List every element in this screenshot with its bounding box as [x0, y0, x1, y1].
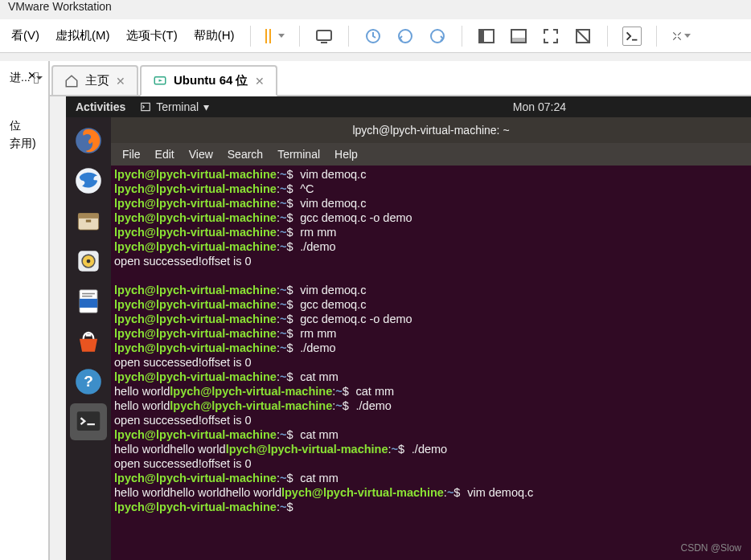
ubuntu-dock: ?	[66, 117, 111, 560]
search-row: 进...	[10, 71, 39, 85]
host-menubar: 看(V) 虚拟机(M) 选项卡(T) 帮助(H)	[0, 19, 751, 53]
term-menu-file[interactable]: File	[122, 148, 141, 161]
snapshot-take-icon[interactable]	[363, 27, 383, 46]
send-ctrl-alt-del-icon[interactable]	[314, 27, 334, 46]
svg-rect-0	[317, 31, 331, 40]
chevron-down-icon: ▾	[203, 100, 209, 113]
svg-line-9	[577, 30, 589, 43]
vm-tabs: 主页 ✕ Ubuntu 64 位 ✕	[50, 61, 751, 96]
console-icon[interactable]	[622, 27, 642, 46]
tab-ubuntu-label: Ubuntu 64 位	[174, 73, 248, 88]
menu-view[interactable]: 看(V)	[3, 28, 47, 43]
library-item-1[interactable]: 位	[10, 119, 39, 133]
term-menu-edit[interactable]: Edit	[155, 148, 174, 161]
dock-firefox[interactable]	[70, 122, 107, 159]
separator	[250, 26, 251, 47]
unity-icon[interactable]	[573, 27, 593, 46]
svg-rect-12	[142, 103, 150, 110]
svg-rect-17	[86, 219, 91, 222]
svg-rect-25	[86, 334, 91, 337]
dock-files[interactable]	[70, 202, 107, 239]
ubuntu-topbar: Activities Terminal ▾ Mon 07:24	[66, 96, 751, 117]
svg-point-20	[87, 260, 91, 264]
svg-marker-11	[159, 79, 163, 81]
dock-software[interactable]	[70, 323, 107, 360]
term-menu-search[interactable]: Search	[228, 148, 263, 161]
dock-writer[interactable]	[70, 283, 107, 320]
layout-bottom-icon[interactable]	[509, 27, 528, 46]
app-menu-label: Terminal	[156, 100, 199, 113]
svg-rect-28	[77, 411, 101, 431]
library-panel: ✕ 进... 位 弃用)	[0, 61, 50, 560]
library-item-2[interactable]: 弃用)	[10, 137, 39, 151]
snapshot-manage-icon[interactable]	[428, 27, 447, 46]
clock[interactable]: Mon 07:24	[513, 100, 566, 113]
layout-side-icon[interactable]	[477, 27, 496, 46]
terminal-titlebar: lpych@lpych-virtual-machine: ~	[111, 117, 751, 143]
menu-tabs[interactable]: 选项卡(T)	[118, 28, 186, 43]
menu-help[interactable]: 帮助(H)	[186, 28, 243, 43]
activities-button[interactable]: Activities	[76, 100, 125, 113]
svg-rect-5	[479, 30, 484, 43]
svg-rect-7	[511, 38, 526, 43]
terminal-menubar: File Edit View Search Terminal Help	[111, 143, 751, 166]
dock-thunderbird[interactable]	[70, 162, 107, 199]
dock-terminal[interactable]	[70, 403, 107, 440]
menu-vm[interactable]: 虚拟机(M)	[47, 28, 118, 43]
terminal-body[interactable]: lpych@lpych-virtual-machine:~$ vim demoq…	[111, 166, 751, 560]
separator	[607, 26, 608, 47]
terminal-indicator-icon	[140, 101, 151, 112]
home-icon	[64, 74, 79, 88]
vm-icon	[153, 74, 167, 88]
snapshot-revert-icon[interactable]	[396, 27, 415, 46]
dock-rhythmbox[interactable]	[70, 243, 107, 280]
fullscreen-icon[interactable]	[541, 27, 560, 46]
tab-home[interactable]: 主页 ✕	[51, 65, 138, 95]
stretch-icon[interactable]	[671, 27, 691, 46]
pause-button[interactable]	[265, 27, 285, 46]
close-icon[interactable]: ✕	[255, 75, 265, 88]
separator	[462, 26, 462, 47]
term-menu-view[interactable]: View	[189, 148, 213, 161]
app-title: VMware Workstation	[0, 0, 120, 11]
search-dropdown[interactable]	[34, 72, 39, 84]
app-menu[interactable]: Terminal ▾	[140, 100, 209, 113]
guest-desktop: Activities Terminal ▾ Mon 07:24 ? lpych@…	[66, 96, 751, 560]
svg-text:?: ?	[84, 373, 93, 390]
separator	[656, 26, 657, 47]
term-menu-help[interactable]: Help	[334, 148, 358, 161]
separator	[299, 26, 300, 47]
dock-help[interactable]: ?	[70, 363, 107, 400]
svg-rect-16	[78, 214, 98, 219]
tab-ubuntu[interactable]: Ubuntu 64 位 ✕	[140, 65, 277, 96]
svg-rect-22	[80, 299, 97, 308]
separator	[348, 26, 349, 47]
close-icon[interactable]: ✕	[116, 75, 125, 88]
tab-home-label: 主页	[85, 73, 109, 88]
term-menu-terminal[interactable]: Terminal	[277, 148, 320, 161]
watermark: CSDN @Slow	[680, 542, 741, 554]
